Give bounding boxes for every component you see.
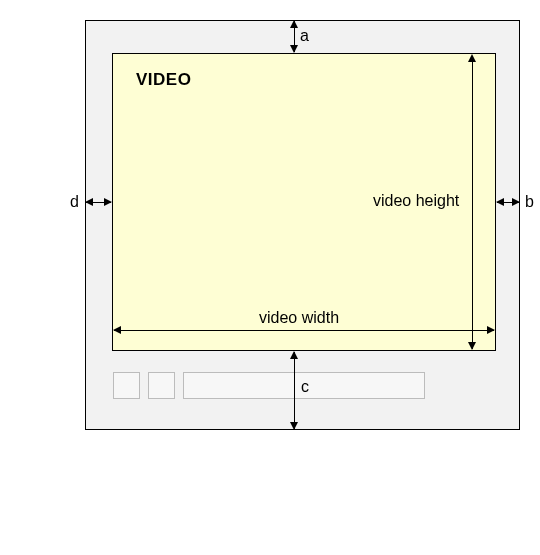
dim-margin-top-arrow-up bbox=[290, 20, 298, 28]
control-button-2[interactable] bbox=[148, 372, 175, 399]
dim-margin-right-arrow-left bbox=[496, 198, 504, 206]
dim-video-width-label: video width bbox=[259, 310, 339, 326]
dim-video-height-line bbox=[472, 56, 473, 349]
dim-margin-bottom-line bbox=[294, 352, 295, 429]
dim-margin-bottom-label: c bbox=[301, 379, 309, 395]
dim-margin-right-label: b bbox=[525, 194, 534, 210]
dim-margin-left-arrow-right bbox=[104, 198, 112, 206]
dim-video-height-arrow-down bbox=[468, 342, 476, 350]
dim-margin-top-arrow-down bbox=[290, 45, 298, 53]
dim-margin-bottom-arrow-up bbox=[290, 351, 298, 359]
dim-video-height-label: video height bbox=[373, 193, 459, 209]
dim-video-width-line bbox=[114, 330, 494, 331]
dim-margin-bottom-arrow-down bbox=[290, 422, 298, 430]
dim-video-width-arrow-right bbox=[487, 326, 495, 334]
dim-margin-right-arrow-right bbox=[512, 198, 520, 206]
video-area-label: VIDEO bbox=[136, 70, 191, 90]
dim-margin-left-label: d bbox=[70, 194, 79, 210]
control-button-1[interactable] bbox=[113, 372, 140, 399]
diagram-stage: VIDEO video width video height a b c d bbox=[0, 0, 540, 555]
dim-margin-left-arrow-left bbox=[85, 198, 93, 206]
dim-video-height-arrow-up bbox=[468, 54, 476, 62]
dim-video-width-arrow-left bbox=[113, 326, 121, 334]
dim-margin-top-label: a bbox=[300, 28, 309, 44]
